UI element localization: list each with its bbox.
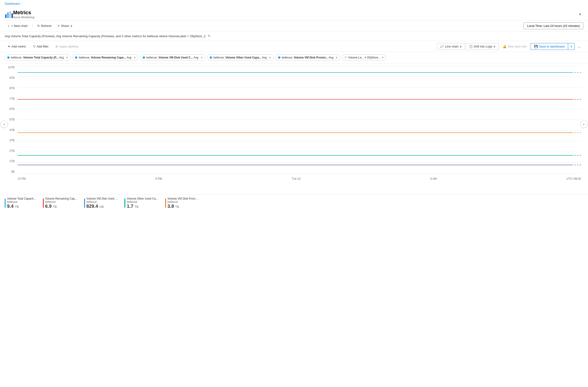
grid-line-5tb (18, 119, 581, 120)
data-line-1-dotted (572, 72, 581, 73)
apply-splitting-button[interactable]: ⊞ Apply splitting (52, 43, 81, 50)
data-line-1 (18, 72, 572, 73)
data-line-2-dotted (572, 99, 581, 100)
page-header: Metrics Azure Monitoring × (0, 7, 588, 20)
x-label-6pm: 6 PM (156, 177, 162, 180)
metric-tag-3-remove[interactable]: × (201, 56, 203, 59)
chart-title-text: Avg Volume Total Capacity (Preview), Avg… (5, 34, 206, 38)
chart-nav-right[interactable]: › (580, 120, 588, 128)
legend-value-4: 1.7 TB (127, 204, 158, 209)
grid-line-10tb (18, 66, 581, 66)
metric-tag-2[interactable]: bellevue, Volume Remaining Capa... Avg × (72, 54, 138, 61)
legend-bar-2 (43, 198, 44, 208)
grid-line-6tb (18, 109, 581, 109)
svg-rect-1 (7, 12, 9, 18)
legend-name-4: Volume Other Used Ca... (127, 197, 158, 200)
save-to-dashboard-button[interactable]: 💾 Save to dashboard (531, 43, 568, 50)
add-metric-label: Add metric (11, 45, 26, 48)
chart-title-bar: Avg Volume Total Capacity (Preview), Avg… (0, 31, 588, 41)
legend-unit-3: GB (99, 205, 104, 209)
drill-into-logs-button[interactable]: 📋 Drill into Logs ∨ (466, 43, 499, 50)
share-button[interactable]: ↗ Share ∨ (55, 23, 75, 29)
save-label: Save to dashboard (539, 45, 565, 48)
time-range-button[interactable]: Local Time: Last 24 hours (15 minutes) (524, 22, 583, 29)
filter-tag-label: Volume La... = ObjStore... (348, 56, 380, 59)
filter-tag-remove[interactable]: × (382, 56, 383, 59)
metric-tag-3-label: bellevue, Volume VM Disk Used C... Avg (147, 56, 198, 59)
metric-tag-5-remove[interactable]: × (336, 56, 337, 59)
new-alert-rule-button[interactable]: 🔔 New alert rule (500, 43, 529, 50)
share-icon: ↗ (57, 24, 60, 28)
x-label-utc: UTC+08:00 (567, 177, 581, 180)
drill-label: Drill into Logs (474, 45, 492, 48)
data-line-4 (18, 155, 572, 155)
legend-value-1: 9.4 TB (7, 204, 36, 209)
metric-tag-2-label: bellevue, Volume Remaining Capa... Avg (79, 56, 131, 59)
grid-line-7tb (18, 98, 581, 98)
add-filter-button[interactable]: ▽ Add filter (30, 43, 52, 50)
refresh-label: Refresh (41, 24, 52, 28)
chart-nav-left[interactable]: ‹ (0, 120, 8, 128)
metrics-icon (5, 10, 13, 19)
legend-value-5: 3.8 TB (168, 204, 198, 209)
data-line-5 (18, 165, 572, 165)
breadcrumb-dashboard[interactable]: Dashboard (5, 2, 20, 5)
svg-rect-3 (11, 13, 13, 18)
legend-text-group-5: Volume VM Disk Provi... bellevue 3.8 TB (168, 197, 198, 209)
top-toolbar: ＋ + New chart ↻ Refresh ↗ Share ∨ Local … (0, 20, 588, 31)
filter-icon: ▽ (345, 56, 347, 59)
line-chart-icon: 📈 (440, 45, 444, 48)
add-filter-label: Add filter (37, 45, 48, 48)
alert-label: New alert rule (508, 45, 526, 48)
legend-container: Volume Total Capacit... bellevue 9.4 TB … (0, 194, 588, 209)
legend-color-row-1: Volume Total Capacit... bellevue 9.4 TB (5, 197, 36, 209)
chart-toolbar: ✦ Add metric ▽ Add filter ⊞ Apply splitt… (0, 41, 588, 52)
line-chart-button[interactable]: 📈 Line chart ∨ (437, 43, 465, 50)
grid-line-1tb (18, 163, 581, 163)
metric-tag-3[interactable]: bellevue, Volume VM Disk Used C... Avg × (140, 54, 205, 61)
filter-tag-1[interactable]: ▽ Volume La... = ObjStore... × (342, 54, 386, 61)
close-button[interactable]: × (577, 11, 583, 18)
metric-tag-4-label: bellevue, Volume Other Used Capa... Avg (213, 56, 267, 59)
legend-sub-1: bellevue (7, 200, 36, 204)
metric-tag-2-remove[interactable]: × (134, 56, 136, 59)
metric-dot-3 (143, 56, 145, 59)
y-label-3tb: 3TB (9, 139, 15, 142)
svg-rect-0 (5, 14, 7, 18)
drill-chevron: ∨ (493, 45, 496, 48)
more-options-button[interactable]: ... (576, 43, 583, 50)
x-axis: 12 PM 6 PM Tue 10 6 AM UTC+08:00 (18, 177, 581, 180)
add-filter-icon: ▽ (33, 45, 35, 48)
chart-container: 10TB 9TB 8TB 7TB 6TB 5TB 4TB 3TB 2TB 1TB… (5, 66, 583, 183)
new-chart-label: + New chart (11, 24, 28, 28)
y-label-2tb: 2TB (9, 149, 15, 153)
metric-tag-4-remove[interactable]: × (269, 56, 271, 59)
line-chart-label: Line chart (445, 45, 458, 48)
add-metric-button[interactable]: ✦ Add metric (5, 43, 29, 50)
chart-toolbar-left: ✦ Add metric ▽ Add filter ⊞ Apply splitt… (5, 43, 81, 50)
save-dashboard-chevron[interactable]: ∨ (568, 43, 575, 50)
share-label: Share (61, 24, 69, 28)
line-chart-chevron: ∨ (460, 45, 462, 48)
metric-tag-4[interactable]: bellevue, Volume Other Used Capa... Avg … (207, 54, 274, 61)
grid-line-4tb (18, 130, 581, 131)
y-label-7tb: 7TB (9, 97, 15, 100)
metric-dot-4 (210, 56, 212, 59)
edit-icon[interactable]: ✎ (208, 34, 210, 38)
metric-tag-1-remove[interactable]: × (66, 56, 68, 59)
metric-tag-5-label: bellevue, Volume VM Disk Provisi... Avg (282, 56, 333, 59)
legend-unit-1: TB (15, 205, 19, 209)
metric-tag-1[interactable]: bellevue, Volume Total Capacity (P... Av… (5, 54, 70, 61)
new-chart-button[interactable]: ＋ + New chart (5, 23, 30, 29)
legend-bar-3 (84, 198, 85, 208)
metric-tag-5[interactable]: bellevue, Volume VM Disk Provisi... Avg … (275, 54, 340, 61)
legend-unit-4: TB (135, 205, 139, 209)
legend-name-2: Volume Remaining Cap... (45, 197, 77, 200)
refresh-button[interactable]: ↻ Refresh (35, 23, 54, 29)
plus-icon: ＋ (7, 24, 10, 28)
legend-color-row-4: Volume Other Used Ca... bellevue 1.7 TB (124, 197, 158, 209)
legend-unit-2: TB (53, 205, 57, 209)
legend-name-5: Volume VM Disk Provi... (168, 197, 198, 200)
data-line-2 (18, 99, 572, 100)
legend-item-2: Volume Remaining Cap... bellevue 6.9 TB (43, 197, 77, 209)
